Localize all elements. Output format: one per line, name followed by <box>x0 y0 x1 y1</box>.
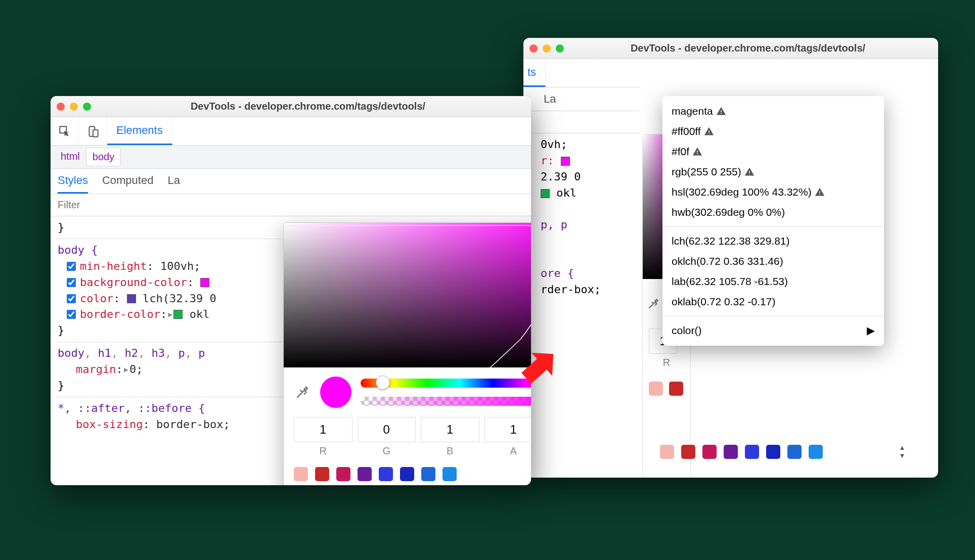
format-option-lab[interactable]: lab(62.32 105.78 -61.53) <box>662 271 884 292</box>
format-option-magenta[interactable]: magenta <box>662 101 884 121</box>
property-toggle[interactable] <box>67 262 76 271</box>
palette-swatch[interactable] <box>294 467 308 481</box>
maximize-window-button[interactable] <box>556 44 564 53</box>
layout-tab[interactable]: La <box>167 169 180 194</box>
gamut-boundary-line <box>284 223 531 367</box>
dom-breadcrumbs[interactable]: html body <box>51 146 531 169</box>
palette-swatch[interactable] <box>442 467 457 481</box>
color-swatch[interactable] <box>127 294 136 303</box>
eyedropper-icon[interactable] <box>647 295 660 312</box>
titlebar[interactable]: DevTools - developer.chrome.com/tags/dev… <box>51 96 531 117</box>
warning-icon <box>716 106 726 116</box>
property-toggle[interactable] <box>67 294 76 303</box>
palette-swatch[interactable] <box>809 445 823 459</box>
styles-filter <box>51 194 531 216</box>
palette-swatch[interactable] <box>400 467 414 481</box>
channel-label: R <box>294 445 352 457</box>
hue-slider[interactable] <box>361 379 531 388</box>
warning-icon <box>744 167 755 177</box>
property-toggle[interactable] <box>67 310 76 319</box>
styles-content: 0vh; r: 2.39 0 okl p, p ore { rder-box; <box>523 133 640 304</box>
format-option-hex6[interactable]: #ff00ff <box>662 121 884 142</box>
format-option-color-fn[interactable]: color()▶ <box>662 320 884 341</box>
format-option-hwb[interactable]: hwb(302.69deg 0% 0%) <box>662 202 884 222</box>
breadcrumb-html[interactable]: html <box>55 148 86 166</box>
breadcrumb-body[interactable]: body <box>86 148 121 166</box>
maximize-window-button[interactable] <box>83 103 91 111</box>
selector[interactable]: body <box>58 347 84 359</box>
elements-tab[interactable]: Elements <box>107 117 172 145</box>
selector[interactable]: body { <box>58 244 98 256</box>
palette-swatch[interactable] <box>421 467 435 481</box>
filter-input[interactable] <box>523 111 640 133</box>
computed-tab[interactable]: Computed <box>102 169 154 194</box>
color-swatch[interactable] <box>541 189 550 198</box>
color-format-menu[interactable]: magenta #ff00ff #f0f rgb(255 0 255) hsl(… <box>662 96 884 346</box>
close-window-button[interactable] <box>57 103 65 111</box>
channel-label: B <box>421 445 479 457</box>
window-title: DevTools - developer.chrome.com/tags/dev… <box>91 101 525 112</box>
rgba-inputs: R G B A ▲▼ <box>284 417 531 457</box>
inspect-element-icon[interactable] <box>51 117 79 145</box>
elements-tab[interactable]: ts <box>523 59 546 87</box>
palette-swatch[interactable] <box>681 445 695 459</box>
layout-tab[interactable]: La <box>544 87 556 111</box>
palette-swatch[interactable] <box>379 467 393 481</box>
selector[interactable]: *, ::after, ::before { <box>58 402 205 414</box>
color-spectrum[interactable]: sRGB <box>284 223 531 367</box>
format-option-oklab[interactable]: oklab(0.72 0.32 -0.17) <box>662 292 884 312</box>
palette-swatch[interactable] <box>766 445 780 459</box>
devtools-toolbar: Elements <box>51 117 531 146</box>
property-toggle[interactable] <box>67 278 76 287</box>
format-option-hsl[interactable]: hsl(302.69deg 100% 43.32%) <box>662 182 884 202</box>
slider-thumb[interactable] <box>376 376 390 390</box>
styles-tab[interactable]: Styles <box>58 169 88 194</box>
channel-input-g[interactable] <box>358 417 416 442</box>
palette-switch-icon[interactable]: ▲▼ <box>897 444 908 459</box>
titlebar[interactable]: DevTools - developer.chrome.com/tags/dev… <box>523 38 938 59</box>
color-swatch[interactable] <box>200 278 209 287</box>
menu-separator <box>662 226 884 227</box>
expand-icon[interactable]: ▸ <box>167 306 173 322</box>
minimize-window-button[interactable] <box>70 103 78 111</box>
palette-swatch[interactable] <box>787 445 802 459</box>
color-picker: sRGB R G B A ▲▼ <box>283 222 531 485</box>
palette-swatch[interactable] <box>702 445 717 459</box>
format-option-oklch[interactable]: oklch(0.72 0.36 331.46) <box>662 251 884 271</box>
channel-label: G <box>358 445 416 457</box>
channel-input-b[interactable] <box>421 417 479 442</box>
palette-swatch[interactable] <box>315 467 329 481</box>
color-swatch[interactable] <box>173 310 183 319</box>
palette-swatch[interactable] <box>669 382 683 396</box>
chevron-right-icon: ▶ <box>867 324 875 337</box>
color-swatch[interactable] <box>561 157 570 166</box>
close-window-button[interactable] <box>529 44 538 53</box>
format-option-hex3[interactable]: #f0f <box>662 142 884 162</box>
palette-swatch[interactable] <box>745 445 759 459</box>
palette-swatch[interactable] <box>649 382 663 396</box>
warning-icon <box>692 147 702 157</box>
alpha-slider[interactable] <box>361 397 531 406</box>
palette-swatch[interactable] <box>724 445 738 459</box>
palette-swatch[interactable] <box>660 445 674 459</box>
channel-input-a[interactable] <box>484 417 531 442</box>
color-palette: ▲▼ <box>284 457 531 485</box>
expand-icon[interactable]: ▸ <box>123 361 129 378</box>
window-title: DevTools - developer.chrome.com/tags/dev… <box>564 42 932 54</box>
svg-rect-1 <box>93 129 98 136</box>
palette-swatch[interactable] <box>336 467 350 481</box>
eyedropper-icon[interactable] <box>294 384 311 401</box>
filter-input[interactable] <box>51 194 531 216</box>
format-option-rgb[interactable]: rgb(255 0 255) <box>662 162 884 182</box>
device-toggle-icon[interactable] <box>79 117 107 145</box>
channel-label: A <box>484 445 531 457</box>
minimize-window-button[interactable] <box>543 44 551 53</box>
channel-input-r[interactable] <box>294 417 352 442</box>
current-color-preview <box>320 377 351 408</box>
devtools-window-primary: DevTools - developer.chrome.com/tags/dev… <box>51 96 531 485</box>
styles-subtabs: Styles Computed La <box>51 169 531 194</box>
warning-icon <box>704 126 714 136</box>
palette-swatch[interactable] <box>358 467 372 481</box>
menu-separator <box>662 316 884 316</box>
format-option-lch[interactable]: lch(62.32 122.38 329.81) <box>662 231 884 251</box>
